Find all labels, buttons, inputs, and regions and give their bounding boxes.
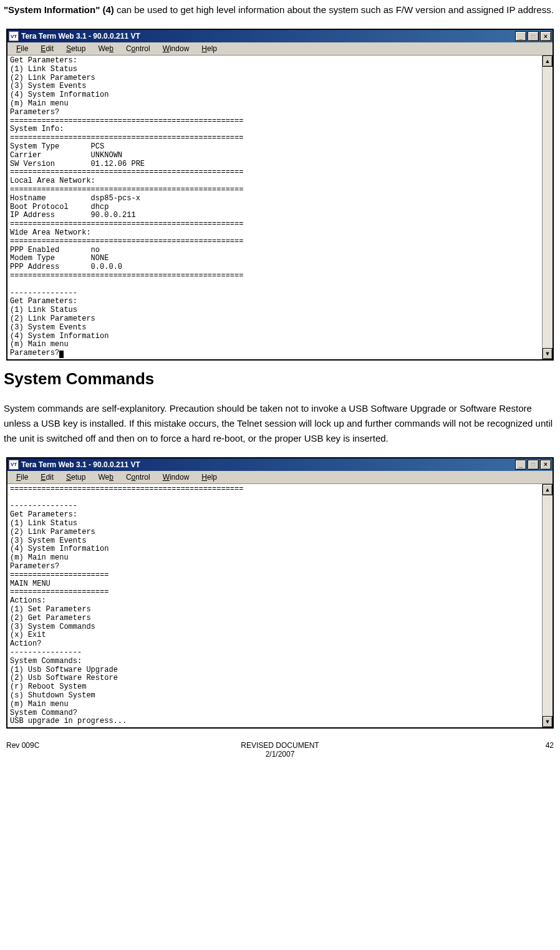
terminal-output: Get Parameters: (1) Link Status (2) Link…: [7, 56, 542, 359]
scrollbar[interactable]: ▲ ▼: [542, 484, 553, 727]
scroll-up-button[interactable]: ▲: [543, 484, 553, 495]
window-buttons: _ □ ×: [515, 31, 551, 41]
window-buttons: _ □ ×: [515, 460, 551, 470]
maximize-button[interactable]: □: [528, 31, 539, 41]
menu-item[interactable]: Web: [93, 44, 118, 54]
maximize-button[interactable]: □: [528, 460, 539, 470]
scrollbar[interactable]: ▲ ▼: [542, 56, 553, 359]
terminal-output: ========================================…: [7, 484, 542, 727]
menu-item[interactable]: Setup: [61, 472, 90, 482]
app-icon: VT: [9, 31, 19, 41]
app-icon: VT: [9, 460, 19, 470]
terminal-window-1: VT Tera Term Web 3.1 - 90.0.0.211 VT _ □…: [6, 29, 554, 361]
page-footer: Rev 009C REVISED DOCUMENT 2/1/2007 42: [4, 737, 556, 759]
section-heading: System Commands: [4, 369, 556, 389]
client-area: ========================================…: [7, 484, 553, 727]
menu-item[interactable]: Edit: [36, 44, 59, 54]
close-button[interactable]: ×: [540, 460, 551, 470]
menu-item[interactable]: Edit: [36, 472, 59, 482]
menubar: FileEditSetupWebControlWindowHelp: [7, 471, 553, 484]
menu-item[interactable]: Window: [158, 44, 195, 54]
menu-item[interactable]: Control: [121, 472, 155, 482]
menubar: FileEditSetupWebControlWindowHelp: [7, 42, 553, 56]
intro-rest: can be used to get high level informatio…: [114, 4, 554, 15]
menu-item[interactable]: Web: [93, 472, 118, 482]
scroll-track[interactable]: [543, 67, 553, 348]
titlebar: VT Tera Term Web 3.1 - 90.0.0.211 VT _ □…: [7, 30, 553, 42]
intro-bold: "System Information" (4): [4, 4, 114, 15]
menu-item[interactable]: Setup: [61, 44, 90, 54]
menu-item[interactable]: File: [11, 472, 33, 482]
window-title: Tera Term Web 3.1 - 90.0.0.211 VT: [21, 32, 515, 41]
window-title: Tera Term Web 3.1 - 90.0.0.211 VT: [21, 460, 515, 469]
close-button[interactable]: ×: [540, 31, 551, 41]
scroll-down-button[interactable]: ▼: [543, 348, 553, 359]
terminal-window-2: VT Tera Term Web 3.1 - 90.0.0.211 VT _ □…: [6, 457, 554, 729]
menu-item[interactable]: Help: [196, 44, 222, 54]
body-paragraph: System commands are self-explanitory. Pr…: [4, 401, 556, 446]
cursor: [59, 351, 64, 358]
footer-center: REVISED DOCUMENT 2/1/2007: [187, 741, 374, 759]
footer-right: 42: [373, 741, 554, 759]
intro-paragraph: "System Information" (4) can be used to …: [4, 2, 556, 17]
scroll-up-button[interactable]: ▲: [543, 56, 553, 67]
menu-item[interactable]: Window: [158, 472, 195, 482]
scroll-down-button[interactable]: ▼: [543, 716, 553, 727]
minimize-button[interactable]: _: [515, 460, 526, 470]
footer-left: Rev 009C: [6, 741, 187, 759]
menu-item[interactable]: Help: [196, 472, 222, 482]
minimize-button[interactable]: _: [515, 31, 526, 41]
client-area: Get Parameters: (1) Link Status (2) Link…: [7, 56, 553, 359]
titlebar: VT Tera Term Web 3.1 - 90.0.0.211 VT _ □…: [7, 458, 553, 471]
menu-item[interactable]: Control: [121, 44, 155, 54]
scroll-track[interactable]: [543, 495, 553, 716]
menu-item[interactable]: File: [11, 44, 33, 54]
